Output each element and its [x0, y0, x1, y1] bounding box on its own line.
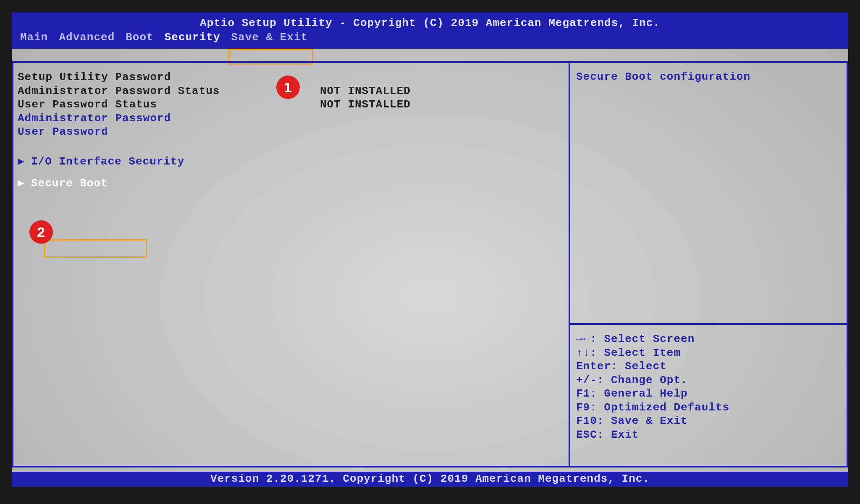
annotation-highlight-secure-boot: [44, 239, 147, 258]
item-user-password[interactable]: User Password: [18, 125, 320, 139]
annotation-callout-2-label: 2: [37, 224, 45, 240]
triangle-icon: ▶: [18, 177, 31, 191]
label-admin-pw-status: Administrator Password Status: [18, 84, 320, 98]
annotation-callout-1: 1: [276, 76, 300, 99]
value-admin-pw-status: NOT INSTALLED: [320, 84, 411, 98]
label-user-pw-status: User Password Status: [18, 98, 320, 112]
footer-text: Version 2.20.1271. Copyright (C) 2019 Am…: [210, 473, 650, 485]
help-key-line: F1: General Help: [576, 387, 841, 401]
help-key-line: ↑↓: Select Item: [576, 346, 841, 360]
submenu-secure-boot[interactable]: ▶ Secure Boot: [18, 177, 564, 191]
bios-title: Aptio Setup Utility - Copyright (C) 2019…: [12, 15, 848, 31]
bios-screen: Aptio Setup Utility - Copyright (C) 2019…: [12, 13, 848, 487]
value-user-pw-status: NOT INSTALLED: [320, 98, 411, 112]
header-bar: Aptio Setup Utility - Copyright (C) 2019…: [12, 13, 848, 49]
footer-bar: Version 2.20.1271. Copyright (C) 2019 Am…: [12, 472, 848, 487]
content-area: Setup Utility Password Administrator Pas…: [12, 61, 848, 467]
submenu-io-security-label: I/O Interface Security: [31, 155, 184, 169]
triangle-icon: ▶: [18, 155, 31, 169]
spacer: [18, 168, 564, 174]
submenu-secure-boot-label: Secure Boot: [31, 177, 108, 191]
item-admin-password[interactable]: Administrator Password: [18, 112, 320, 125]
main-pane: Setup Utility Password Administrator Pas…: [12, 61, 569, 467]
help-description: Secure Boot configuration: [570, 63, 847, 325]
help-key-line: →←: Select Screen: [576, 332, 841, 346]
spacer: [18, 139, 564, 152]
help-description-text: Secure Boot configuration: [576, 71, 750, 83]
heading-setup-password: Setup Utility Password: [18, 71, 320, 84]
help-key-line: F10: Save & Exit: [576, 414, 841, 428]
help-key-line: Enter: Select: [576, 360, 841, 373]
tab-bar: Main Advanced Boot Security Save & Exit: [12, 31, 848, 44]
annotation-callout-2: 2: [29, 220, 53, 244]
help-key-line: ESC: Exit: [576, 428, 841, 442]
help-key-line: +/-: Change Opt.: [576, 373, 841, 387]
help-key-line: F9: Optimized Defaults: [576, 401, 841, 415]
annotation-callout-1-label: 1: [284, 79, 292, 96]
side-pane: Secure Boot configuration →←: Select Scr…: [569, 61, 848, 467]
help-keys: →←: Select Screen ↑↓: Select Item Enter:…: [570, 325, 847, 466]
tab-boot[interactable]: Boot: [126, 31, 153, 44]
tab-main[interactable]: Main: [20, 31, 48, 44]
tab-save-exit[interactable]: Save & Exit: [231, 31, 308, 44]
submenu-io-security[interactable]: ▶ I/O Interface Security: [18, 155, 564, 169]
tab-advanced[interactable]: Advanced: [59, 31, 115, 44]
tab-security[interactable]: Security: [165, 31, 220, 44]
